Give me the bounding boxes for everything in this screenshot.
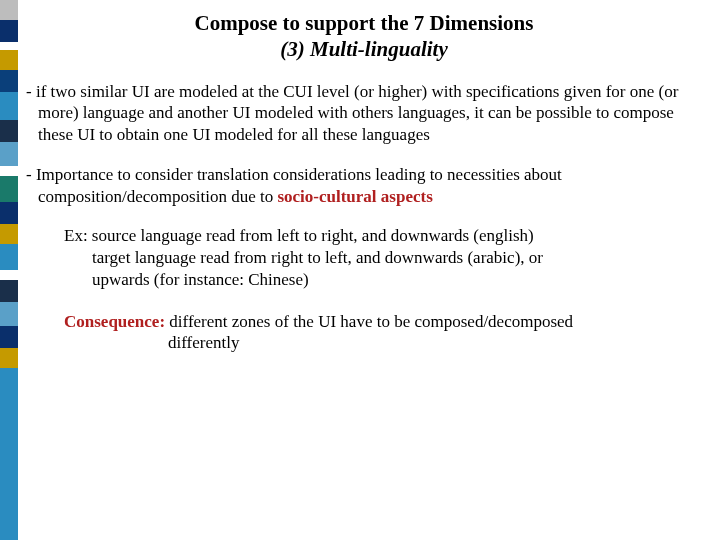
deco-segment	[0, 348, 18, 368]
example-block: Ex: source language read from left to ri…	[24, 225, 704, 290]
slide-content: Compose to support the 7 Dimensions (3) …	[24, 0, 704, 540]
title-line-2: (3) Multi-linguality	[24, 36, 704, 62]
slide-title: Compose to support the 7 Dimensions (3) …	[24, 10, 704, 63]
deco-segment	[0, 176, 18, 202]
bullet-1: - if two similar UI are modeled at the C…	[36, 81, 704, 146]
deco-segment	[0, 20, 18, 42]
example-line-3: upwards (for instance: Chinese)	[64, 269, 664, 291]
consequence-text-2: differently	[64, 332, 664, 354]
deco-segment	[0, 70, 18, 92]
deco-segment	[0, 142, 18, 166]
deco-segment	[0, 244, 18, 270]
deco-segment	[0, 326, 18, 348]
bullet-2: - Importance to consider translation con…	[36, 164, 704, 208]
title-line-1: Compose to support the 7 Dimensions	[24, 10, 704, 36]
example-line-2: target language read from right to left,…	[64, 247, 664, 269]
consequence-line-1: Consequence: different zones of the UI h…	[64, 311, 664, 333]
deco-segment	[0, 0, 18, 20]
consequence-block: Consequence: different zones of the UI h…	[24, 311, 704, 355]
bullet-2-emphasis: socio-cultural aspects	[277, 187, 432, 206]
consequence-label: Consequence:	[64, 312, 165, 331]
deco-segment	[0, 224, 18, 244]
decorative-sidebar-strip	[0, 0, 18, 540]
deco-segment	[0, 92, 18, 120]
deco-segment	[0, 302, 18, 326]
deco-segment	[0, 202, 18, 224]
deco-segment	[0, 120, 18, 142]
deco-segment	[0, 368, 18, 540]
deco-segment	[0, 50, 18, 70]
consequence-text-1: different zones of the UI have to be com…	[165, 312, 573, 331]
deco-segment	[0, 280, 18, 302]
deco-segment	[0, 270, 18, 280]
deco-segment	[0, 166, 18, 176]
deco-segment	[0, 42, 18, 50]
example-line-1: Ex: source language read from left to ri…	[64, 225, 664, 247]
